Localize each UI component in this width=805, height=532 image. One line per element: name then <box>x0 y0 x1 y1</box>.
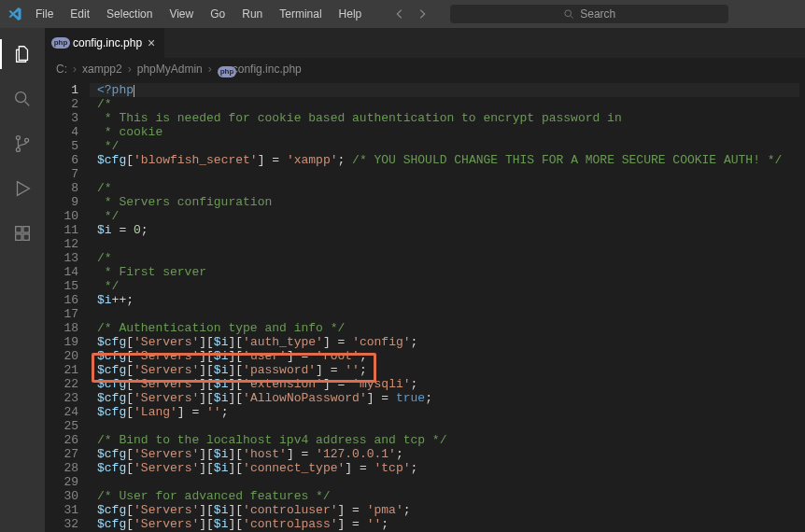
search-placeholder: Search <box>580 7 615 21</box>
line-number: 19 <box>45 335 78 349</box>
line-number: 29 <box>45 475 78 489</box>
code-line[interactable]: /* <box>97 97 799 111</box>
line-number: 11 <box>45 223 78 237</box>
play-bug-icon <box>12 178 33 199</box>
minimap[interactable] <box>799 79 805 532</box>
breadcrumb-segment[interactable]: C: <box>56 63 67 76</box>
code-line[interactable]: $cfg['Servers'][$i]['user'] = 'root'; <box>97 349 799 363</box>
breadcrumb-segment[interactable]: phpMyAdmin <box>137 63 203 76</box>
breadcrumb-segment[interactable]: xampp2 <box>82 63 122 76</box>
code-line[interactable]: $cfg['Servers'][$i]['controluser'] = 'pm… <box>97 503 799 517</box>
line-number: 6 <box>45 153 78 167</box>
line-number: 27 <box>45 447 78 461</box>
code-line[interactable]: * Servers configuration <box>97 195 799 209</box>
code-line[interactable]: $cfg['Servers'][$i]['password'] = ''; <box>97 363 799 377</box>
breadcrumb[interactable]: C:›xampp2›phpMyAdmin›phpconfig.inc.php <box>45 59 805 79</box>
code-line[interactable]: $cfg['blowfish_secret'] = 'xampp'; /* YO… <box>97 153 799 167</box>
line-number: 4 <box>45 125 78 139</box>
code-line[interactable]: /* <box>97 251 799 265</box>
code-line[interactable]: */ <box>97 279 799 293</box>
code-line[interactable]: * cookie <box>97 125 799 139</box>
line-number: 16 <box>45 293 78 307</box>
line-number: 3 <box>45 111 78 125</box>
line-number: 18 <box>45 321 78 335</box>
menu-run[interactable]: Run <box>234 4 270 24</box>
code-line[interactable]: $i++; <box>97 293 799 307</box>
code-line[interactable]: <?php <box>97 83 799 97</box>
menu-go[interactable]: Go <box>203 4 233 24</box>
code-line[interactable]: $cfg['Servers'][$i]['extension'] = 'mysq… <box>97 377 799 391</box>
code-line[interactable] <box>97 167 799 181</box>
line-number: 25 <box>45 419 78 433</box>
code-line[interactable] <box>97 307 799 321</box>
code-line[interactable]: $i = 0; <box>97 223 799 237</box>
code-line[interactable]: */ <box>97 209 799 223</box>
close-icon[interactable]: × <box>148 36 155 49</box>
menu-selection[interactable]: Selection <box>99 4 160 24</box>
code-line[interactable] <box>97 475 799 489</box>
tab-config-inc-php[interactable]: php config.inc.php × <box>45 28 165 58</box>
line-number: 20 <box>45 349 78 363</box>
line-number: 15 <box>45 279 78 293</box>
code-line[interactable]: */ <box>97 139 799 153</box>
activity-explorer[interactable] <box>0 35 45 73</box>
line-number: 24 <box>45 405 78 419</box>
line-number-gutter: 1234567891011121314151617181920212223242… <box>45 79 90 532</box>
activity-extensions[interactable] <box>0 215 45 252</box>
svg-rect-8 <box>16 234 21 240</box>
editor[interactable]: 1234567891011121314151617181920212223242… <box>45 79 805 532</box>
code-line[interactable] <box>97 419 799 433</box>
code-line[interactable]: /* User for advanced features */ <box>97 489 799 503</box>
text-cursor <box>134 85 134 97</box>
menu-terminal[interactable]: Terminal <box>272 4 329 24</box>
activity-source-control[interactable] <box>0 125 45 162</box>
php-file-icon: php <box>218 63 229 75</box>
git-branch-icon <box>12 133 33 154</box>
code-line[interactable]: $cfg['Lang'] = ''; <box>97 405 799 419</box>
svg-point-0 <box>565 10 572 17</box>
tab-title: config.inc.php <box>73 36 142 49</box>
menu-help[interactable]: Help <box>332 4 370 24</box>
command-center-search[interactable]: Search <box>449 4 729 24</box>
chevron-right-icon: › <box>73 63 77 76</box>
code-line[interactable]: /* Bind to the localhost ipv4 address an… <box>97 433 799 447</box>
activity-bar <box>0 28 45 532</box>
svg-point-2 <box>16 92 26 103</box>
code-line[interactable]: * This is needed for cookie based authen… <box>97 111 799 125</box>
line-number: 8 <box>45 181 78 195</box>
menu-file[interactable]: File <box>28 4 61 24</box>
nav-arrows <box>391 6 431 22</box>
chevron-right-icon: › <box>128 63 132 76</box>
code-line[interactable]: $cfg['Servers'][$i]['auth_type'] = 'conf… <box>97 335 799 349</box>
line-number: 12 <box>45 237 78 251</box>
svg-line-3 <box>25 102 30 106</box>
line-number: 21 <box>45 363 78 377</box>
nav-forward-icon[interactable] <box>414 6 431 22</box>
line-number: 13 <box>45 251 78 265</box>
line-number: 22 <box>45 377 78 391</box>
activity-run-debug[interactable] <box>0 170 45 207</box>
code-line[interactable]: $cfg['Servers'][$i]['connect_type'] = 't… <box>97 461 799 475</box>
vscode-logo-icon <box>7 7 22 21</box>
svg-rect-7 <box>16 227 21 232</box>
code-line[interactable]: /* <box>97 181 799 195</box>
nav-back-icon[interactable] <box>391 6 408 22</box>
code-line[interactable]: $cfg['Servers'][$i]['host'] = '127.0.0.1… <box>97 447 799 461</box>
breadcrumb-segment[interactable]: phpconfig.inc.php <box>218 63 302 76</box>
svg-line-1 <box>572 16 573 18</box>
line-number: 2 <box>45 97 78 111</box>
code-line[interactable]: /* Authentication type and info */ <box>97 321 799 335</box>
code-line[interactable]: $cfg['Servers'][$i]['AllowNoPassword'] =… <box>97 391 799 405</box>
code-line[interactable]: $cfg['Servers'][$i]['controlpass'] = ''; <box>97 517 799 531</box>
php-file-icon: php <box>54 36 67 49</box>
title-bar: FileEditSelectionViewGoRunTerminalHelp S… <box>0 0 805 28</box>
line-number: 23 <box>45 391 78 405</box>
menu-view[interactable]: View <box>162 4 201 24</box>
code-line[interactable]: * First server <box>97 265 799 279</box>
menu-edit[interactable]: Edit <box>63 4 97 24</box>
chevron-right-icon: › <box>208 63 212 76</box>
code-line[interactable] <box>97 237 799 251</box>
code-area[interactable]: <?php/* * This is needed for cookie base… <box>90 79 799 532</box>
activity-search[interactable] <box>0 80 45 118</box>
extensions-icon <box>12 223 33 244</box>
